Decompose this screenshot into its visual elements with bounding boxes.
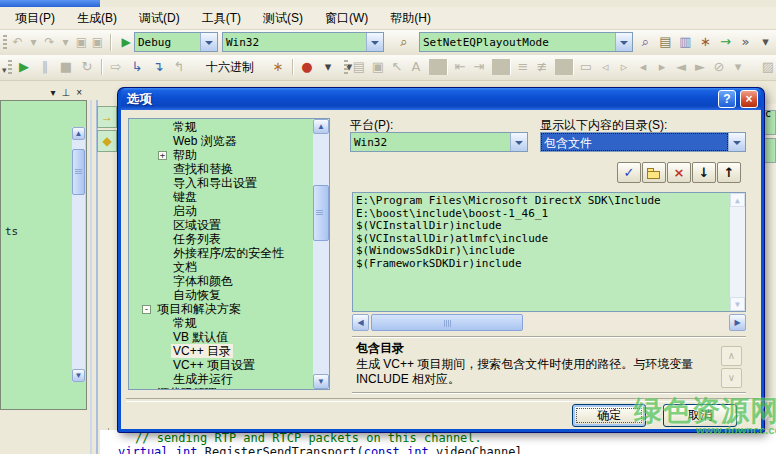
- tree-expander-icon[interactable]: -: [142, 305, 151, 314]
- tree-item-source-control[interactable]: + 源代码管理: [129, 386, 313, 389]
- object-browser-icon[interactable]: ▥: [676, 32, 695, 52]
- comment-lines-icon[interactable]: ≡: [514, 57, 532, 77]
- include-path-item[interactable]: $(VCInstallDir)include: [356, 220, 729, 233]
- toolbar-grip[interactable]: [344, 60, 348, 75]
- menu-help[interactable]: 帮助(H): [379, 7, 442, 30]
- start-debug-icon[interactable]: ▶: [116, 32, 136, 52]
- toolbar-grip[interactable]: [3, 35, 7, 50]
- close-icon[interactable]: ×: [740, 90, 758, 108]
- next-bookmark-in-folder-icon[interactable]: ▸: [653, 57, 671, 77]
- tree-item-web-browser[interactable]: Web 浏览器: [129, 134, 313, 148]
- toolbar-grip[interactable]: [8, 60, 12, 75]
- parameter-info-icon[interactable]: ▣: [369, 57, 387, 77]
- redo-dropdown-icon[interactable]: ▾: [58, 32, 73, 52]
- find-symbol-icon[interactable]: ⌕: [394, 32, 414, 52]
- tree-item-vcpp-project-settings[interactable]: VC++ 项目设置: [129, 358, 313, 372]
- tree-item-documents[interactable]: 文档: [129, 260, 313, 274]
- tree-expander-icon[interactable]: +: [142, 389, 151, 390]
- redo-icon[interactable]: ↷: [42, 32, 57, 52]
- breakpoint-icon[interactable]: ●: [297, 57, 317, 77]
- menu-debug[interactable]: 调试(D): [128, 7, 191, 30]
- previous-bookmark-in-document-icon[interactable]: ◄: [672, 57, 690, 77]
- delete-path-button[interactable]: ×: [667, 162, 691, 183]
- tree-item-keyboard[interactable]: 键盘: [129, 190, 313, 204]
- toggle-bookmark-icon[interactable]: ▭: [577, 57, 595, 77]
- restart-icon[interactable]: ↻: [77, 57, 97, 77]
- scrollbar-thumb[interactable]: [313, 185, 329, 241]
- menu-window[interactable]: 窗口(W): [314, 7, 379, 30]
- help-icon[interactable]: ?: [718, 90, 736, 108]
- tree-item-general-env[interactable]: 常规: [129, 120, 313, 134]
- include-path-list[interactable]: E:\Program Files\Microsoft DirectX SDK\I…: [352, 192, 746, 312]
- scroll-down-icon[interactable]: ▼: [313, 374, 329, 389]
- scrollbar-thumb[interactable]: [72, 149, 85, 195]
- command-window-icon[interactable]: »: [736, 32, 755, 52]
- tree-item-projects-solutions[interactable]: - 项目和解决方案: [129, 302, 313, 316]
- start-page-icon[interactable]: →: [716, 32, 735, 52]
- tree-item-autorecover[interactable]: 自动恢复: [129, 288, 313, 302]
- dialog-titlebar[interactable]: 选项 ? ×: [121, 88, 761, 110]
- hex-display-button[interactable]: 十六进制: [200, 58, 260, 76]
- close-icon[interactable]: ×: [76, 87, 82, 98]
- start-debug-icon[interactable]: ▶: [14, 57, 34, 77]
- step-out-icon[interactable]: ↰: [169, 57, 189, 77]
- tree-item-vb-defaults[interactable]: VB 默认值: [129, 330, 313, 344]
- solution-platform-combo[interactable]: Win32: [222, 32, 384, 52]
- check-path-button[interactable]: ✓: [617, 162, 641, 183]
- word-completion-icon[interactable]: A: [407, 57, 425, 77]
- uncomment-lines-icon[interactable]: ≢: [533, 57, 551, 77]
- chevron-down-icon[interactable]: [366, 33, 383, 51]
- chevron-down-icon[interactable]: [728, 133, 745, 151]
- chevron-down-icon[interactable]: [615, 33, 632, 51]
- menu-test[interactable]: 测试(S): [252, 7, 314, 30]
- platform-combo[interactable]: Win32: [350, 132, 528, 152]
- next-bookmark-icon[interactable]: ▹: [615, 57, 633, 77]
- step-over-icon[interactable]: ↴: [148, 57, 168, 77]
- chevron-down-icon[interactable]: ▾: [50, 87, 55, 98]
- tree-item-vcpp-directories[interactable]: VC++ 目录: [129, 344, 313, 358]
- new-folder-button[interactable]: [642, 162, 666, 183]
- menu-tools[interactable]: 工具(T): [191, 7, 252, 30]
- include-path-item[interactable]: E:\Program Files\Microsoft DirectX SDK\I…: [356, 195, 729, 208]
- include-path-item[interactable]: $(WindowsSdkDir)\include: [356, 245, 729, 258]
- move-up-button[interactable]: ↑: [717, 162, 741, 183]
- tree-item-fonts-colors[interactable]: 字体和颜色: [129, 274, 313, 288]
- step-into-icon[interactable]: ↳: [127, 57, 147, 77]
- debug-configuration-combo[interactable]: Debug: [134, 32, 218, 52]
- tree-scrollbar[interactable]: ▲ ▼: [313, 119, 329, 389]
- tree-item-task-list[interactable]: 任务列表: [129, 232, 313, 246]
- previous-bookmark-icon[interactable]: ◃: [596, 57, 614, 77]
- scroll-down-icon[interactable]: ▼: [72, 369, 85, 382]
- menu-project[interactable]: 项目(P): [4, 7, 66, 30]
- bookmark-arrow-icon[interactable]: →: [97, 106, 117, 128]
- undo-icon[interactable]: ↶: [10, 32, 25, 52]
- move-down-button[interactable]: ↓: [692, 162, 716, 183]
- pause-icon[interactable]: ‖: [35, 57, 55, 77]
- menu-build[interactable]: 生成(B): [66, 7, 128, 30]
- include-path-item[interactable]: $(FrameworkSDKDir)include: [356, 258, 729, 271]
- tree-item-help[interactable]: + 帮助: [129, 148, 313, 162]
- show-next-statement-icon[interactable]: ⇨: [106, 57, 126, 77]
- quick-info-icon[interactable]: ↖: [388, 57, 406, 77]
- tree-item-find-replace[interactable]: 查找和替换: [129, 162, 313, 176]
- toolbox-icon[interactable]: ∗: [696, 32, 715, 52]
- stop-icon[interactable]: ■: [56, 57, 76, 77]
- toolbar-overflow-icon[interactable]: ▾: [2, 65, 7, 75]
- memory-watch-icon[interactable]: ∗: [268, 57, 288, 77]
- scrollbar-thumb[interactable]: [371, 314, 523, 331]
- next-bookmark-in-document-icon[interactable]: ►: [691, 57, 709, 77]
- clear-bookmarks-icon[interactable]: ⊘: [710, 57, 728, 77]
- tool-window-body[interactable]: ts ▲ ▼: [0, 100, 87, 410]
- symbol-marker-icon[interactable]: ◆: [97, 130, 117, 152]
- scroll-right-icon[interactable]: ▶: [729, 314, 746, 331]
- find-symbol-combo[interactable]: SetNetEQPlayoutMode: [419, 32, 633, 52]
- tree-item-regional[interactable]: 区域设置: [129, 218, 313, 232]
- pin-icon[interactable]: ⊥: [61, 87, 70, 98]
- toolbar-overflow-icon[interactable]: ▾: [729, 57, 747, 77]
- properties-window-icon[interactable]: ▤: [656, 32, 675, 52]
- scroll-down-icon[interactable]: [764, 138, 776, 163]
- tree-item-addin-security[interactable]: 外接程序/宏的安全性: [129, 246, 313, 260]
- tree-item-build-run[interactable]: 生成并运行: [129, 372, 313, 386]
- chevron-down-icon[interactable]: [510, 133, 527, 151]
- toolbar-options-dropdown-icon[interactable]: ▾: [756, 32, 775, 52]
